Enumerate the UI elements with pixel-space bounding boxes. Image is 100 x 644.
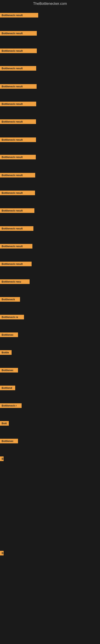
bottleneck-badge: Bottleneck result (0, 190, 35, 195)
bottleneck-badge: Bottlenec (0, 368, 18, 372)
bottleneck-badge: Bottleneck result (0, 102, 36, 106)
bottleneck-result-item[interactable]: Bottleneck result (0, 119, 36, 125)
bottleneck-badge: Bottleneck result (0, 66, 36, 71)
bottleneck-badge: Bottleneck re (0, 315, 24, 320)
bottleneck-badge: Bottleneck result (0, 119, 36, 124)
bottleneck-result-item[interactable]: B (0, 551, 3, 556)
bottleneck-badge: Bottlenec (0, 332, 18, 337)
bottleneck-badge: Bottleneck result (0, 155, 36, 160)
bottleneck-badge: Bottleneck result (0, 84, 37, 89)
bottleneck-result-item[interactable]: Bottlenec (0, 368, 18, 373)
bottleneck-badge: B (0, 456, 3, 461)
bottleneck-badge: Bottleneck result (0, 173, 35, 178)
bottleneck-result-item[interactable]: Bottleneck result (0, 244, 32, 249)
bottleneck-badge: Bottleneck (0, 297, 20, 302)
bottleneck-result-item[interactable]: Bottleneck re (0, 315, 24, 320)
bottleneck-result-item[interactable]: Bottleneck result (0, 155, 36, 160)
bottleneck-badge: Bottleneck result (0, 48, 37, 53)
bottleneck-badge: Bottleneck result (0, 244, 32, 248)
bottleneck-result-item[interactable]: Bottleneck result (0, 84, 37, 90)
bottleneck-badge: Bottle (0, 350, 12, 355)
bottleneck-badge: Bottlenec (0, 439, 18, 443)
bottleneck-result-item[interactable]: Bottleneck result (0, 208, 34, 214)
bottleneck-result-item[interactable]: Bottleneck result (0, 31, 37, 36)
site-title: TheBottlenecker.com (0, 0, 100, 8)
bottleneck-badge: Bottleneck r (0, 403, 22, 408)
bottleneck-result-item[interactable]: Bottleneck result (0, 262, 32, 267)
bottleneck-result-item[interactable]: Bottle (0, 350, 12, 356)
bottleneck-badge: Bottleneck result (0, 226, 33, 231)
bottleneck-badge: Bottleneck result (0, 138, 36, 142)
bottleneck-result-item[interactable]: Bottleneck result (0, 226, 33, 232)
bottleneck-result-item[interactable]: Bottlenec (0, 439, 18, 444)
bottleneck-result-item[interactable]: Bottlenec (0, 332, 18, 338)
bottleneck-result-item[interactable]: Bottleneck r (0, 403, 22, 409)
bottleneck-badge: Bottleneck result (0, 13, 38, 18)
bottleneck-badge: Bottleneck resu (0, 279, 30, 284)
bottleneck-badge: B (0, 551, 3, 556)
bottleneck-badge: Bottleneck result (0, 31, 37, 36)
bottleneck-result-item[interactable]: B (0, 456, 3, 462)
bottleneck-result-item[interactable]: Bottleneck result (0, 48, 37, 54)
bottleneck-result-item[interactable]: Bottlend (0, 386, 15, 391)
bottleneck-result-item[interactable]: Bottleneck result (0, 173, 35, 178)
bottleneck-result-item[interactable]: Bottleneck (0, 297, 20, 302)
bottleneck-result-item[interactable]: Bottleneck result (0, 102, 36, 107)
bottleneck-result-item[interactable]: Bott (0, 421, 9, 426)
bottleneck-result-item[interactable]: Bottleneck resu (0, 279, 30, 285)
bottleneck-result-item[interactable]: Bottleneck result (0, 13, 38, 18)
bottleneck-badge: Bottleneck result (0, 262, 32, 266)
bottleneck-badge: Bott (0, 421, 9, 426)
bottleneck-result-item[interactable]: Bottleneck result (0, 138, 36, 143)
bottleneck-badge: Bottleneck result (0, 208, 34, 213)
bottleneck-result-item[interactable]: Bottleneck result (0, 66, 36, 72)
bottleneck-badge: Bottlend (0, 386, 15, 390)
bottleneck-result-item[interactable]: Bottleneck result (0, 190, 35, 196)
